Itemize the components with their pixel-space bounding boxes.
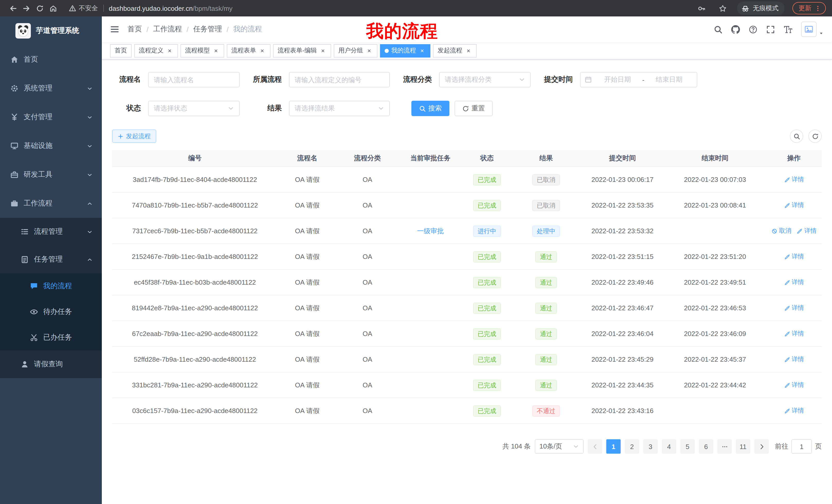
page-button[interactable]: 2 (625, 439, 639, 454)
sidebar-item[interactable]: 我的流程 (0, 273, 102, 299)
browser-forward-button[interactable] (20, 2, 33, 15)
toggle-search-button[interactable] (790, 130, 803, 143)
user-menu[interactable] (801, 22, 824, 37)
detail-link[interactable]: 详情 (784, 252, 804, 261)
column-header: 流程分类 (337, 153, 398, 163)
cell-submit-time: 2022-01-22 23:49:46 (581, 278, 664, 286)
goto-page-input[interactable] (791, 439, 812, 454)
close-icon[interactable]: × (166, 47, 173, 54)
tab-item[interactable]: 我的流程× (380, 44, 431, 57)
sidebar-item[interactable]: 待办任务 (0, 299, 102, 325)
sidebar-toggle-button[interactable] (110, 25, 119, 34)
sidebar-item[interactable]: 流程管理 (0, 218, 102, 246)
page-button[interactable]: 3 (643, 439, 658, 454)
date-range-input[interactable]: 开始日期 - 结束日期 (580, 72, 697, 87)
tab-item[interactable]: 首页 (110, 44, 132, 57)
breadcrumb-item[interactable]: 任务管理 (193, 25, 222, 34)
prev-page-button[interactable] (588, 439, 602, 454)
page-more-button[interactable] (717, 439, 732, 454)
current-task-link[interactable]: 一级审批 (417, 226, 444, 235)
security-status[interactable]: 不安全 (69, 4, 98, 12)
status-select[interactable]: 请选择状态 (148, 101, 240, 116)
sidebar-item[interactable]: 基础设施 (0, 132, 102, 160)
close-icon[interactable]: × (366, 47, 373, 54)
detail-icon (784, 279, 790, 285)
next-page-button[interactable] (754, 439, 769, 454)
process-definition-input[interactable] (289, 72, 390, 87)
update-button[interactable]: 更新 (792, 2, 826, 15)
screenshot-root: 不安全 dashboard.yudao.iocoder.cn/bpm/task/… (0, 0, 832, 504)
avatar[interactable] (801, 22, 816, 37)
detail-link[interactable]: 详情 (784, 355, 804, 364)
detail-link[interactable]: 详情 (797, 227, 816, 235)
sidebar-item[interactable]: 系统管理 (0, 74, 102, 103)
tab-item[interactable]: 用户分组× (334, 44, 378, 57)
tab-item[interactable]: 发起流程× (433, 44, 477, 57)
close-icon[interactable]: × (259, 47, 266, 54)
close-icon[interactable]: × (465, 47, 472, 54)
page-size-select[interactable]: 10条/页 (535, 439, 583, 454)
detail-link[interactable]: 详情 (784, 278, 804, 287)
create-process-button[interactable]: 发起流程 (112, 130, 156, 143)
page-button[interactable]: 11 (736, 439, 750, 454)
tab-item[interactable]: 流程表单-编辑× (273, 44, 331, 57)
cell-status: 已完成 (463, 302, 511, 314)
cancel-link[interactable]: 取消 (771, 227, 791, 235)
browser-home-button[interactable] (46, 2, 60, 15)
bookmark-star-button[interactable] (716, 2, 729, 15)
detail-link[interactable]: 详情 (784, 201, 804, 209)
fullscreen-button[interactable] (766, 25, 775, 34)
sidebar-item[interactable]: 请假查询 (0, 351, 102, 378)
sidebar-item[interactable]: 已办任务 (0, 325, 102, 351)
browser-reload-button[interactable] (33, 2, 46, 15)
sidebar-item[interactable]: 首页 (0, 45, 102, 74)
sidebar-item[interactable]: 工作流程 (0, 189, 102, 218)
refresh-table-button[interactable] (808, 130, 822, 143)
detail-icon (784, 202, 790, 208)
page-button[interactable]: 6 (699, 439, 713, 454)
address-bar[interactable]: 不安全 dashboard.yudao.iocoder.cn/bpm/task/… (64, 2, 691, 15)
font-size-button[interactable] (784, 25, 792, 34)
tab-item[interactable]: 流程表单× (227, 44, 270, 57)
breadcrumb: 首页/工作流程/任务管理/我的流程 (128, 25, 262, 34)
cell-category: OA (337, 253, 398, 260)
cell-submit-time: 2022-01-22 23:53:32 (581, 227, 664, 235)
search-button[interactable]: 搜索 (411, 101, 449, 116)
cell-operations: 详情 (766, 407, 822, 415)
sidebar-item[interactable]: 研发工具 (0, 160, 102, 189)
page-button[interactable]: 1 (606, 439, 621, 454)
page-button[interactable]: 5 (680, 439, 695, 454)
github-link[interactable] (731, 25, 740, 34)
sidebar-item[interactable]: 支付管理 (0, 103, 102, 132)
sidebar-item[interactable]: 任务管理 (0, 246, 102, 273)
chevron-down-icon (87, 172, 93, 177)
help-button[interactable] (749, 25, 757, 34)
close-icon[interactable]: × (212, 47, 219, 54)
breadcrumb-item[interactable]: 首页 (128, 25, 142, 34)
detail-link[interactable]: 详情 (784, 381, 804, 389)
result-select[interactable]: 请选择流结果 (289, 101, 390, 116)
app-logo-row[interactable]: 芋道管理系统 (0, 17, 102, 45)
password-key-button[interactable] (695, 2, 708, 15)
category-select[interactable]: 请选择流程分类 (439, 72, 531, 87)
tab-item[interactable]: 流程模型× (181, 44, 224, 57)
detail-link[interactable]: 详情 (784, 175, 804, 184)
url-host[interactable]: dashboard.yudao.iocoder.cn (109, 4, 193, 12)
detail-link[interactable]: 详情 (784, 329, 804, 338)
reset-button[interactable]: 重置 (454, 101, 493, 116)
status-badge: 已完成 (473, 354, 501, 365)
table-body: 3ad174fb-7b9d-11ec-8404-acde48001122OA 请… (112, 167, 822, 424)
cell-category: OA (337, 381, 398, 389)
close-icon[interactable]: × (419, 47, 426, 54)
browser-menu-icon[interactable] (814, 5, 821, 11)
tab-item[interactable]: 流程定义× (134, 44, 178, 57)
url-path[interactable]: /bpm/task/my (193, 4, 233, 12)
close-icon[interactable]: × (319, 47, 327, 54)
detail-link[interactable]: 详情 (784, 304, 804, 312)
page-button[interactable]: 4 (662, 439, 676, 454)
detail-link[interactable]: 详情 (784, 407, 804, 415)
process-name-input[interactable] (148, 72, 240, 87)
browser-back-button[interactable] (6, 2, 20, 15)
breadcrumb-item[interactable]: 工作流程 (153, 25, 182, 34)
header-search-button[interactable] (714, 25, 723, 34)
